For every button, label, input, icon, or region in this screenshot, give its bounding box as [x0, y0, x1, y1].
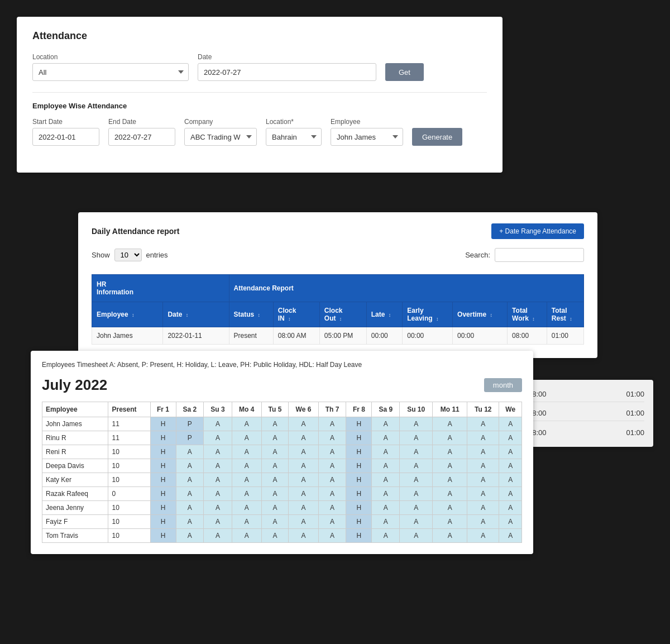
attendance-tbody: John James 2022-01-11 Present 08:00 AM 0… — [92, 327, 584, 345]
cell-total-work: 08:00 — [508, 327, 547, 345]
ts-day-12: A — [499, 487, 522, 501]
location-select[interactable]: All — [32, 63, 189, 81]
ts-day-7: H — [346, 501, 372, 515]
ts-day-3: A — [232, 501, 261, 515]
ts-day-7: H — [346, 515, 372, 529]
attendance-filter-row: Location All Date Get — [32, 53, 487, 81]
get-button[interactable]: Get — [385, 63, 424, 81]
ts-day-4: A — [261, 459, 288, 473]
bottom-right-col2-2: 01:00 — [626, 409, 644, 417]
cell-late: 00:00 — [366, 327, 402, 345]
end-date-input[interactable] — [108, 128, 175, 146]
start-date-input[interactable] — [32, 128, 99, 146]
ts-day-9: A — [400, 417, 433, 431]
search-input[interactable] — [495, 248, 584, 262]
ts-day-4: A — [261, 445, 288, 459]
th-sa2: Sa 2 — [176, 402, 204, 417]
company-label: Company — [184, 118, 257, 126]
employee-wise-title: Employee Wise Attendance — [32, 102, 487, 110]
ts-day-8: A — [372, 501, 400, 515]
table-row: John James 2022-01-11 Present 08:00 AM 0… — [92, 327, 584, 345]
sort-icon-date: ↕ — [186, 312, 189, 318]
ts-day-2: A — [204, 431, 232, 445]
ts-day-11: A — [467, 487, 499, 501]
ts-day-6: A — [318, 431, 346, 445]
end-date-group: End Date — [108, 118, 175, 146]
ts-day-11: A — [467, 529, 499, 543]
ts-day-6: A — [318, 459, 346, 473]
th-sa9: Sa 9 — [372, 402, 400, 417]
ts-day-9: A — [400, 473, 433, 487]
ts-day-3: A — [232, 473, 261, 487]
ts-day-0: H — [150, 501, 176, 515]
ts-day-11: A — [467, 417, 499, 431]
ts-day-6: A — [318, 473, 346, 487]
cell-clock-in: 08:00 AM — [273, 327, 319, 345]
employee-wise-row: Start Date End Date Company ABC Trading … — [32, 118, 487, 146]
date-range-button[interactable]: + Date Range Attendance — [491, 223, 584, 239]
ts-employee: Reni R — [42, 445, 108, 459]
location2-select[interactable]: Bahrain — [266, 128, 322, 146]
th-we13: We — [499, 402, 522, 417]
ts-day-10: A — [433, 515, 467, 529]
ts-day-10: A — [433, 459, 467, 473]
ts-day-7: H — [346, 473, 372, 487]
ts-day-10: A — [433, 445, 467, 459]
ts-day-1: P — [176, 431, 204, 445]
divider — [32, 92, 487, 93]
timesheet-month: July 2022 — [42, 376, 107, 394]
cell-status: Present — [229, 327, 273, 345]
cell-date: 2022-01-11 — [163, 327, 229, 345]
ts-day-4: A — [261, 501, 288, 515]
location2-label: Location* — [266, 118, 322, 126]
company-group: Company ABC Trading W — [184, 118, 257, 146]
attendance-report-header: Attendance Report — [229, 275, 583, 302]
generate-button[interactable]: Generate — [412, 128, 462, 146]
ts-day-7: H — [346, 529, 372, 543]
ts-day-2: A — [204, 487, 232, 501]
report-header: Daily Attendance report + Date Range Att… — [92, 223, 584, 239]
ts-day-1: A — [176, 473, 204, 487]
ts-day-10: A — [433, 417, 467, 431]
ts-day-8: A — [372, 529, 400, 543]
month-button[interactable]: month — [484, 378, 522, 392]
ts-day-6: A — [318, 529, 346, 543]
bottom-right-col2-3: 01:00 — [626, 428, 644, 437]
ts-day-2: A — [204, 417, 232, 431]
ts-day-4: A — [261, 417, 288, 431]
ts-day-12: A — [499, 417, 522, 431]
ts-employee: Tom Travis — [42, 529, 108, 543]
th-su10: Su 10 — [400, 402, 433, 417]
th-mo11: Mo 11 — [433, 402, 467, 417]
ts-day-8: A — [372, 445, 400, 459]
company-select[interactable]: ABC Trading W — [184, 128, 257, 146]
ts-day-7: H — [346, 417, 372, 431]
ts-present: 11 — [108, 431, 150, 445]
ts-day-7: H — [346, 487, 372, 501]
report-title: Daily Attendance report — [92, 227, 179, 236]
employee-group: Employee John James — [331, 118, 403, 146]
ts-present: 10 — [108, 445, 150, 459]
sort-icon-late: ↕ — [389, 312, 391, 318]
ts-present: 10 — [108, 459, 150, 473]
ts-day-4: A — [261, 515, 288, 529]
col-early-leaving: EarlyLeaving ↕ — [403, 302, 453, 327]
timesheet-row: Razak Rafeeq0HAAAAAAHAAAAA — [42, 487, 522, 501]
entries-select[interactable]: 10 — [114, 249, 142, 261]
timesheet-row: Fayiz F10HAAAAAAHAAAAA — [42, 515, 522, 529]
ts-day-6: A — [318, 487, 346, 501]
ts-day-9: A — [400, 529, 433, 543]
ts-present: 10 — [108, 501, 150, 515]
timesheet-row: Tom Travis10HAAAAAAHAAAAA — [42, 529, 522, 543]
ts-present: 10 — [108, 515, 150, 529]
location-group: Location All — [32, 53, 189, 81]
ts-day-11: A — [467, 515, 499, 529]
date-group: Date — [198, 53, 376, 81]
date-input[interactable] — [198, 63, 376, 81]
ts-day-3: A — [232, 417, 261, 431]
ts-day-6: A — [318, 445, 346, 459]
timesheet-row: Rinu R11HPAAAAAHAAAAA — [42, 431, 522, 445]
ts-day-12: A — [499, 473, 522, 487]
ts-day-6: A — [318, 417, 346, 431]
employee-select[interactable]: John James — [331, 128, 403, 146]
